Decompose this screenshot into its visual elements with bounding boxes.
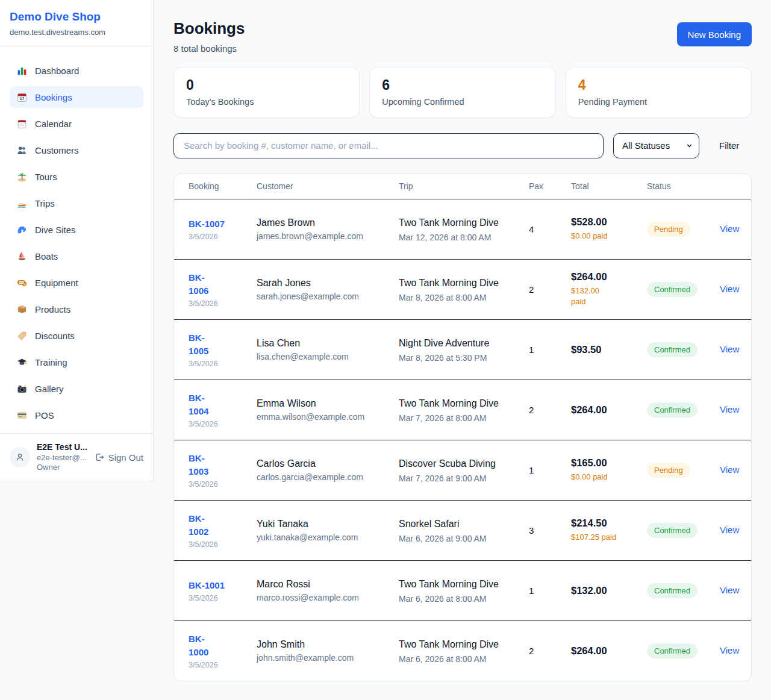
view-link[interactable]: View bbox=[720, 464, 739, 475]
customer-email: james.brown@example.com bbox=[257, 231, 399, 241]
column-header-status: Status bbox=[647, 181, 720, 191]
status-cell: Confirmed bbox=[647, 342, 720, 357]
trip-cell: Night Dive Adventure Mar 8, 2026 at 5:30… bbox=[399, 336, 529, 363]
booking-id-link[interactable]: BK-1004 bbox=[189, 392, 216, 419]
status-cell: Pending bbox=[647, 463, 720, 478]
pax-value: 2 bbox=[529, 405, 571, 415]
trip-name: Two Tank Morning Dive bbox=[399, 577, 504, 592]
table-row: BK-1002 3/5/2026 Yuki Tanaka yuki.tanaka… bbox=[174, 500, 751, 560]
trip-datetime: Mar 6, 2026 at 9:00 AM bbox=[399, 534, 529, 543]
pax-value: 4 bbox=[529, 224, 571, 234]
customer-name: Sarah Jones bbox=[257, 278, 399, 289]
sidebar-item-boats[interactable]: Boats bbox=[10, 245, 143, 267]
sidebar-item-training[interactable]: Training bbox=[10, 351, 143, 373]
trip-name: Discover Scuba Diving bbox=[399, 457, 504, 471]
sidebar-item-tours[interactable]: Tours bbox=[10, 166, 143, 187]
booking-cell: BK-1002 3/5/2026 bbox=[189, 512, 257, 549]
sidebar-item-label: Tours bbox=[35, 172, 57, 182]
trip-cell: Two Tank Morning Dive Mar 8, 2026 at 8:0… bbox=[399, 276, 529, 302]
filter-button[interactable]: Filter bbox=[719, 140, 739, 151]
table-row: BK-1005 3/5/2026 Lisa Chen lisa.chen@exa… bbox=[174, 319, 751, 380]
status-cell: Pending bbox=[647, 222, 720, 237]
booking-date: 3/5/2026 bbox=[189, 480, 257, 489]
booking-id-link[interactable]: BK-1002 bbox=[189, 512, 216, 539]
pax-value: 1 bbox=[529, 586, 571, 596]
status-filter-select[interactable]: All Statuses bbox=[613, 133, 699, 158]
table-row: BK-1001 3/5/2026 Marco Rossi marco.rossi… bbox=[174, 560, 751, 620]
total-amount: $214.50 bbox=[571, 517, 647, 529]
search-input[interactable] bbox=[173, 133, 604, 158]
page-header: Bookings 8 total bookings New Booking bbox=[173, 20, 752, 54]
camera-icon bbox=[17, 384, 27, 394]
total-amount: $264.00 bbox=[571, 645, 647, 657]
stat-card-todays-bookings: 0 Today's Bookings bbox=[173, 67, 360, 118]
sidebar-item-label: Equipment bbox=[35, 278, 78, 288]
sidebar-item-dashboard[interactable]: Dashboard bbox=[10, 60, 143, 81]
sidebar-item-calendar[interactable]: Calendar bbox=[10, 113, 143, 134]
total-cell: $214.50 $107.25 paid bbox=[571, 517, 647, 543]
sidebar-item-bookings[interactable]: 17 Bookings bbox=[10, 86, 143, 108]
stats-row: 0 Today's Bookings 6 Upcoming Confirmed … bbox=[173, 67, 752, 118]
avatar bbox=[10, 447, 30, 467]
sidebar-item-customers[interactable]: Customers bbox=[10, 139, 143, 161]
total-amount: $93.50 bbox=[571, 344, 647, 355]
booking-id-link[interactable]: BK-1001 bbox=[189, 579, 257, 593]
column-header-booking: Booking bbox=[189, 181, 257, 191]
sidebar-item-label: Dive Sites bbox=[35, 225, 76, 235]
booking-date: 3/5/2026 bbox=[189, 594, 257, 602]
total-amount: $132.00 bbox=[571, 585, 647, 596]
stat-label: Upcoming Confirmed bbox=[382, 97, 543, 107]
total-cell: $528.00 $0.00 paid bbox=[571, 216, 647, 242]
booking-date: 3/5/2026 bbox=[189, 299, 257, 308]
table-row: BK-1003 3/5/2026 Carlos Garcia carlos.ga… bbox=[174, 440, 751, 500]
booking-cell: BK-1007 3/5/2026 bbox=[189, 217, 257, 241]
sidebar-item-trips[interactable]: Trips bbox=[10, 192, 143, 214]
column-header-total: Total bbox=[571, 181, 647, 191]
booking-id-link[interactable]: BK-1006 bbox=[189, 271, 216, 298]
trip-cell: Two Tank Morning Dive Mar 6, 2026 at 8:0… bbox=[399, 577, 529, 604]
sidebar-item-dive-sites[interactable]: Dive Sites bbox=[10, 219, 143, 240]
view-link[interactable]: View bbox=[720, 223, 739, 234]
status-badge: Pending bbox=[647, 463, 690, 478]
sidebar-item-discounts[interactable]: Discounts bbox=[10, 325, 143, 346]
stat-card-pending-payment: 4 Pending Payment bbox=[566, 67, 752, 118]
booking-id-link[interactable]: BK-1000 bbox=[189, 633, 216, 660]
bar-chart-icon bbox=[17, 66, 27, 76]
status-cell: Confirmed bbox=[647, 523, 720, 538]
booking-id-link[interactable]: BK-1005 bbox=[189, 331, 216, 358]
booking-id-link[interactable]: BK-1003 bbox=[189, 452, 216, 479]
sidebar-item-products[interactable]: Products bbox=[10, 298, 143, 320]
view-link[interactable]: View bbox=[720, 284, 739, 294]
view-link[interactable]: View bbox=[720, 404, 739, 414]
booking-id-link[interactable]: BK-1007 bbox=[189, 217, 257, 231]
booking-date: 3/5/2026 bbox=[189, 360, 257, 368]
booking-cell: BK-1001 3/5/2026 bbox=[189, 579, 257, 602]
view-link[interactable]: View bbox=[720, 585, 739, 595]
sidebar-item-gallery[interactable]: Gallery bbox=[10, 378, 143, 399]
paid-amount: $132.00 paid bbox=[571, 286, 606, 308]
sidebar-item-label: Bookings bbox=[35, 92, 72, 102]
view-link[interactable]: View bbox=[720, 645, 739, 655]
sidebar: Demo Dive Shop demo.test.divestreams.com… bbox=[0, 0, 154, 481]
total-amount: $264.00 bbox=[571, 404, 647, 416]
new-booking-button[interactable]: New Booking bbox=[677, 22, 752, 46]
trip-cell: Two Tank Morning Dive Mar 6, 2026 at 8:0… bbox=[399, 637, 529, 664]
customer-email: lisa.chen@example.com bbox=[257, 352, 399, 361]
pax-value: 3 bbox=[529, 525, 571, 536]
customer-name: Lisa Chen bbox=[257, 338, 399, 349]
view-link[interactable]: View bbox=[720, 525, 739, 535]
toolbar: All Statuses Filter bbox=[173, 133, 752, 158]
island-icon bbox=[17, 172, 27, 182]
customer-name: James Brown bbox=[257, 217, 399, 228]
status-badge: Confirmed bbox=[647, 282, 698, 297]
pax-value: 2 bbox=[529, 284, 571, 295]
sidebar-item-pos[interactable]: POS bbox=[10, 404, 143, 426]
sign-out-button[interactable]: Sign Out bbox=[95, 452, 143, 463]
total-amount: $264.00 bbox=[571, 271, 647, 283]
sidebar-item-label: Customers bbox=[35, 145, 79, 155]
view-link[interactable]: View bbox=[720, 344, 739, 354]
tear-off-calendar-icon bbox=[17, 119, 27, 129]
pax-value: 1 bbox=[529, 465, 571, 475]
sidebar-item-equipment[interactable]: Equipment bbox=[10, 272, 143, 293]
stat-value: 4 bbox=[578, 78, 739, 93]
